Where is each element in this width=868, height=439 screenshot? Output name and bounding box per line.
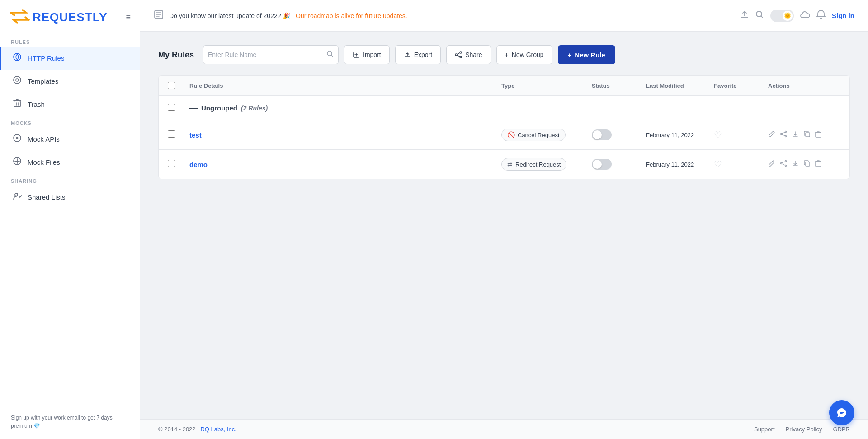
notification-icon[interactable] [816, 10, 826, 22]
download-icon-test[interactable] [792, 130, 799, 139]
theme-toggle-knob: 🌞 [783, 11, 793, 21]
svg-point-5 [16, 137, 19, 139]
logo-arrow-icon [9, 8, 31, 27]
new-rule-label: New Rule [575, 51, 605, 59]
rules-section-label: RULES [0, 35, 140, 47]
edit-icon-test[interactable] [768, 130, 775, 139]
toggle-knob-demo [593, 160, 602, 169]
sidebar-item-shared-lists[interactable]: Shared Lists [0, 186, 140, 209]
group-collapse-icon[interactable]: — [189, 103, 198, 113]
type-label-demo: Redirect Request [515, 161, 561, 168]
header-search-icon[interactable] [755, 10, 764, 21]
table-row: test 🚫 Cancel Request February 11, 2022 … [159, 120, 849, 150]
main-content: Do you know our latest update of 2022? 🎉… [140, 0, 868, 439]
templates-icon [12, 76, 22, 87]
sidebar-item-label-mock-files: Mock Files [28, 158, 60, 166]
col-status: Status [592, 82, 646, 89]
theme-toggle[interactable]: 🌞 [770, 10, 794, 22]
sharing-section-label: SHARING [0, 174, 140, 186]
share-icon-test[interactable] [780, 130, 787, 139]
favorite-button-test[interactable]: ♡ [714, 129, 768, 140]
sidebar-item-trash[interactable]: Trash [0, 93, 140, 116]
toggle-knob-test [593, 130, 602, 139]
favorite-button-demo[interactable]: ♡ [714, 159, 768, 170]
col-last-modified: Last Modified [646, 82, 714, 89]
import-button[interactable]: Import [344, 45, 390, 64]
support-link[interactable]: Support [754, 426, 775, 433]
delete-icon-demo[interactable] [815, 160, 821, 169]
banner-main-text: Do you know our latest update of 2022? 🎉 [169, 12, 290, 19]
last-modified-test: February 11, 2022 [646, 132, 714, 138]
type-badge-demo: ⇄ Redirect Request [501, 158, 566, 171]
mock-apis-icon [12, 134, 22, 145]
delete-icon-test[interactable] [815, 130, 821, 139]
download-icon-demo[interactable] [792, 160, 799, 169]
privacy-policy-link[interactable]: Privacy Policy [786, 426, 822, 433]
gdpr-link[interactable]: GDPR [833, 426, 850, 433]
group-checkbox[interactable] [168, 104, 175, 111]
sidebar-item-label-mock-apis: Mock APIs [28, 135, 60, 143]
select-all-checkbox[interactable] [168, 82, 175, 89]
rules-header: My Rules Import [158, 45, 850, 64]
copy-icon-demo[interactable] [803, 160, 811, 169]
cloud-icon[interactable] [800, 10, 810, 21]
col-favorite: Favorite [714, 82, 768, 89]
svg-point-20 [785, 161, 787, 162]
type-label-test: Cancel Request [518, 132, 560, 138]
sidebar-item-mock-apis[interactable]: Mock APIs [0, 128, 140, 151]
logo: REQUESTLY [9, 8, 108, 27]
new-rule-plus-icon: + [568, 51, 572, 59]
rule-name-test[interactable]: test [189, 131, 501, 139]
sign-in-button[interactable]: Sign in [832, 12, 854, 19]
sidebar-item-label-shared-lists: Shared Lists [28, 193, 65, 201]
search-box [203, 45, 339, 64]
status-toggle-demo[interactable] [592, 159, 612, 170]
copy-icon-test[interactable] [803, 130, 811, 139]
sidebar-item-templates[interactable]: Templates [0, 70, 140, 93]
share-icon-demo[interactable] [780, 160, 787, 169]
company-link[interactable]: RQ Labs, Inc. [200, 426, 236, 433]
edit-icon-demo[interactable] [768, 160, 775, 169]
new-group-button[interactable]: + New Group [496, 45, 552, 64]
sidebar-item-http-rules[interactable]: HTTP Rules [0, 47, 140, 70]
sidebar-bottom-text: Sign up with your work email to get 7 da… [0, 405, 140, 439]
new-rule-button[interactable]: + New Rule [558, 45, 615, 64]
cancel-request-icon: 🚫 [507, 131, 515, 138]
export-button[interactable]: Export [395, 45, 441, 64]
svg-point-15 [785, 131, 787, 133]
rule-checkbox-test[interactable] [168, 130, 175, 138]
trash-icon [12, 99, 22, 110]
content-area: My Rules Import [140, 32, 868, 419]
sidebar-item-mock-files[interactable]: Mock Files [0, 151, 140, 174]
svg-point-22 [785, 165, 787, 167]
svg-point-16 [781, 134, 782, 135]
col-rule-details: Rule Details [189, 82, 501, 89]
top-banner: Do you know our latest update of 2022? 🎉… [140, 0, 868, 32]
svg-point-14 [460, 56, 462, 58]
footer-copyright: © 2014 - 2022 RQ Labs, Inc. [158, 426, 236, 433]
last-modified-demo: February 11, 2022 [646, 161, 714, 168]
mock-files-icon [12, 157, 22, 168]
col-type: Type [501, 82, 592, 89]
table-row: demo ⇄ Redirect Request February 11, 202… [159, 150, 849, 179]
type-badge-test: 🚫 Cancel Request [501, 129, 566, 141]
rule-name-demo[interactable]: demo [189, 161, 501, 168]
contact-us-button[interactable] [829, 400, 854, 425]
share-button[interactable]: Share [446, 45, 491, 64]
banner-list-icon [154, 10, 164, 22]
footer: © 2014 - 2022 RQ Labs, Inc. Support Priv… [140, 419, 868, 439]
search-input[interactable] [208, 51, 326, 58]
status-toggle-test[interactable] [592, 129, 612, 140]
banner-link[interactable]: Our roadmap is alive for future updates. [296, 12, 407, 19]
premium-promo-text: Sign up with your work email to get 7 da… [11, 415, 113, 429]
sidebar-item-label-trash: Trash [28, 100, 45, 108]
svg-point-21 [781, 163, 782, 164]
collapse-button[interactable]: ≡ [126, 13, 131, 22]
mocks-section-label: MOCKS [0, 116, 140, 128]
group-count: (2 Rules) [241, 105, 268, 112]
upload-icon[interactable] [740, 10, 750, 22]
banner-actions: 🌞 Sign in [755, 10, 854, 22]
shared-lists-icon [12, 191, 22, 203]
rule-checkbox-demo[interactable] [168, 160, 175, 167]
search-icon[interactable] [326, 50, 334, 59]
